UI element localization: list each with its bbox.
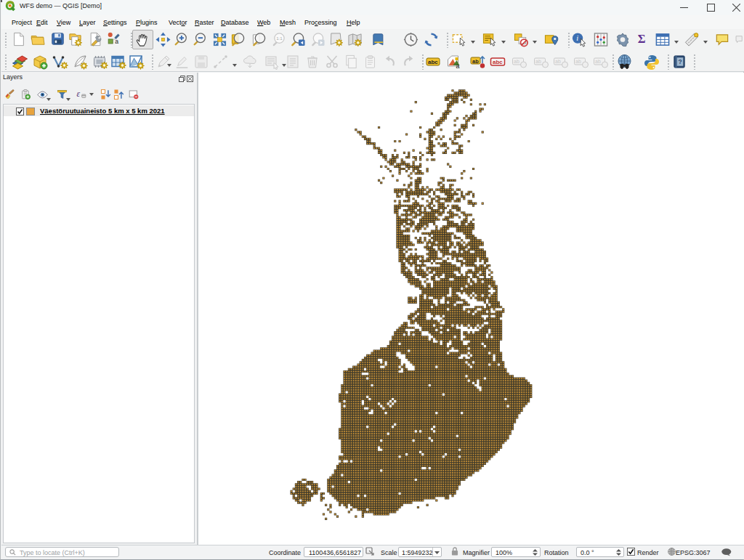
- svg-text:Σ: Σ: [638, 32, 646, 46]
- svg-text:i: i: [576, 34, 578, 42]
- svg-text:ab: ab: [595, 59, 601, 64]
- svg-text:ε: ε: [76, 89, 80, 99]
- svg-text:ab: ab: [514, 59, 519, 64]
- svg-text:ab: ab: [472, 58, 479, 65]
- svg-text:a: a: [115, 38, 118, 45]
- svg-text:ab: ab: [535, 59, 541, 64]
- svg-text:abc: abc: [428, 59, 438, 65]
- svg-text:ab: ab: [575, 59, 581, 64]
- svg-text:?: ?: [679, 58, 682, 65]
- svg-text:abc: abc: [493, 59, 503, 65]
- svg-text:ab: ab: [555, 59, 561, 64]
- svg-text:1:1: 1:1: [276, 36, 283, 41]
- svg-text:a: a: [456, 62, 460, 70]
